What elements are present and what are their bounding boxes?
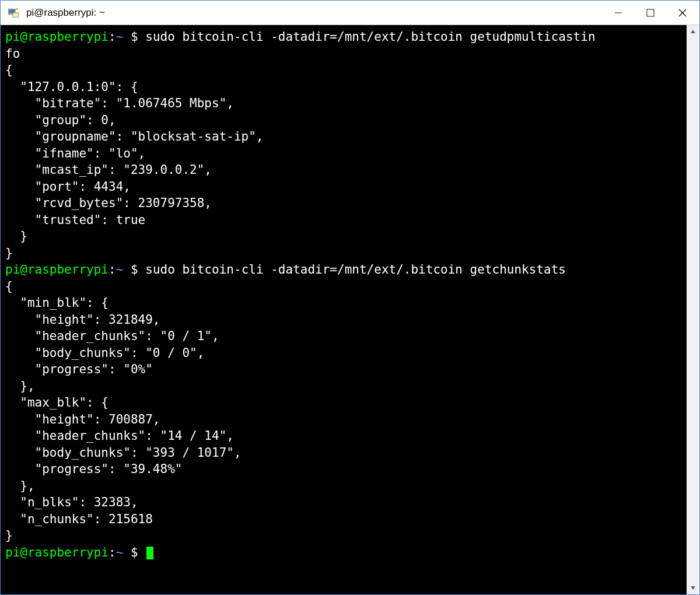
output-line: } bbox=[5, 528, 13, 542]
scrollbar-up-icon[interactable] bbox=[688, 26, 698, 37]
window-controls bbox=[602, 1, 698, 24]
prompt-user-host: pi@raspberrypi bbox=[5, 262, 108, 276]
output-line: "body_chunks": "0 / 0", bbox=[5, 346, 204, 360]
prompt-colon: : bbox=[108, 30, 116, 44]
output-line: } bbox=[5, 246, 13, 260]
output-line: "trusted": true bbox=[5, 213, 145, 227]
prompt-symbol: $ bbox=[131, 545, 138, 559]
window-titlebar: pi@raspberrypi: ~ bbox=[1, 1, 699, 25]
output-line: "progress": "39.48%" bbox=[5, 462, 182, 476]
svg-rect-5 bbox=[647, 9, 654, 16]
putty-icon bbox=[6, 6, 20, 20]
svg-marker-8 bbox=[691, 30, 695, 33]
output-line: } bbox=[5, 229, 27, 243]
scrollbar[interactable] bbox=[687, 25, 699, 594]
output-line: { bbox=[5, 63, 13, 77]
output-line: { bbox=[5, 279, 13, 293]
output-line: "min_blk": { bbox=[5, 296, 108, 310]
prompt-colon: : bbox=[108, 262, 116, 276]
terminal-container: pi@raspberrypi:~ $ sudo bitcoin-cli -dat… bbox=[1, 25, 699, 594]
prompt-symbol: $ bbox=[131, 30, 138, 44]
terminal-cursor bbox=[146, 547, 153, 559]
output-line: "ifname": "lo", bbox=[5, 146, 145, 160]
output-line: "body_chunks": "393 / 1017", bbox=[5, 446, 242, 460]
command-wrap: fo bbox=[5, 47, 20, 61]
minimize-button[interactable] bbox=[602, 1, 634, 24]
prompt-path: ~ bbox=[116, 262, 124, 276]
prompt-colon: : bbox=[108, 545, 116, 559]
command-text: sudo bitcoin-cli -datadir=/mnt/ext/.bitc… bbox=[145, 262, 566, 276]
output-line: "bitrate": "1.067465 Mbps", bbox=[5, 96, 234, 110]
close-button[interactable] bbox=[666, 1, 698, 24]
output-line: "mcast_ip": "239.0.0.2", bbox=[5, 163, 212, 177]
terminal[interactable]: pi@raspberrypi:~ $ sudo bitcoin-cli -dat… bbox=[1, 25, 687, 594]
svg-line-3 bbox=[15, 8, 18, 10]
output-line: "127.0.0.1:0": { bbox=[5, 80, 138, 94]
output-line: "port": 4434, bbox=[5, 180, 131, 194]
prompt-path: ~ bbox=[116, 30, 124, 44]
output-line: "height": 700887, bbox=[5, 412, 160, 426]
output-line: "n_blks": 32383, bbox=[5, 495, 138, 509]
output-line: "max_blk": { bbox=[5, 396, 108, 410]
command-text: sudo bitcoin-cli -datadir=/mnt/ext/.bitc… bbox=[145, 30, 595, 44]
window-title: pi@raspberrypi: ~ bbox=[26, 7, 602, 19]
output-line: "header_chunks": "14 / 14", bbox=[5, 429, 234, 443]
output-line: "group": 0, bbox=[5, 113, 116, 127]
output-line: "progress": "0%" bbox=[5, 362, 153, 376]
svg-marker-9 bbox=[691, 586, 695, 590]
output-line: "header_chunks": "0 / 1", bbox=[5, 329, 219, 343]
svg-rect-2 bbox=[13, 13, 18, 17]
prompt-user-host: pi@raspberrypi bbox=[5, 30, 108, 44]
output-line: }, bbox=[5, 379, 35, 393]
output-line: }, bbox=[5, 479, 35, 493]
output-line: "groupname": "blocksat-sat-ip", bbox=[5, 130, 264, 144]
output-line: "height": 321849, bbox=[5, 313, 160, 327]
prompt-symbol: $ bbox=[131, 262, 138, 276]
scrollbar-down-icon[interactable] bbox=[688, 583, 698, 593]
output-line: "rcvd_bytes": 230797358, bbox=[5, 196, 212, 210]
output-line: "n_chunks": 215618 bbox=[5, 512, 153, 526]
maximize-button[interactable] bbox=[634, 1, 666, 24]
prompt-path: ~ bbox=[116, 545, 124, 559]
prompt-user-host: pi@raspberrypi bbox=[5, 545, 108, 559]
